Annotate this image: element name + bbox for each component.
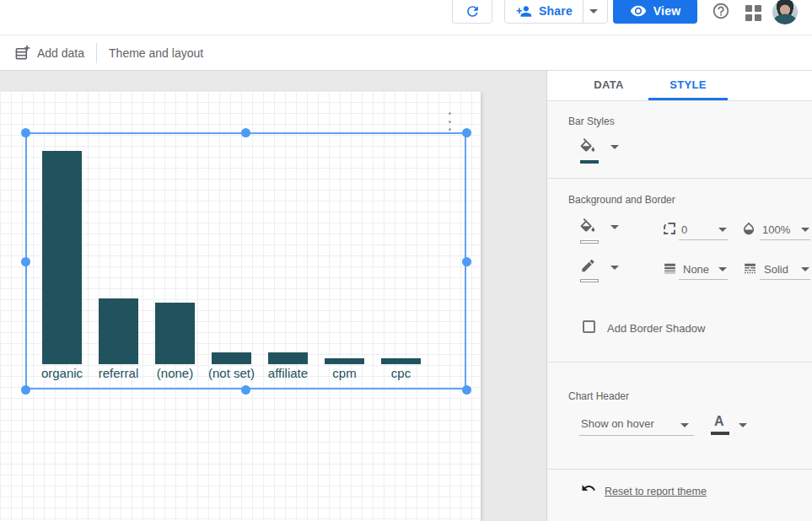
add-data-button[interactable]: Add data <box>14 45 84 61</box>
toolbar-divider <box>96 43 97 63</box>
theme-layout-button[interactable]: Theme and layout <box>109 46 203 60</box>
border-color-dropdown-icon[interactable] <box>610 266 619 270</box>
section-background-border: Background and Border 0 100% None <box>547 179 812 363</box>
bar-notset[interactable] <box>212 352 251 364</box>
selection-handle-e[interactable] <box>462 257 471 266</box>
help-icon <box>712 2 730 20</box>
properties-panel: DATA STYLE Bar Styles Background and Bor… <box>546 71 812 521</box>
background-border-title: Background and Border <box>568 194 675 206</box>
selection-handle-w[interactable] <box>21 257 30 266</box>
edit-toolbar: Add data Theme and layout <box>0 35 812 71</box>
share-dropdown-button[interactable] <box>583 0 605 23</box>
share-button-label: Share <box>539 4 573 18</box>
bar-color-dropdown-icon[interactable] <box>610 145 619 149</box>
border-shadow-label: Add Border Shadow <box>607 322 705 335</box>
share-button[interactable]: Share <box>504 0 608 24</box>
bar-axis-label: referral <box>99 366 139 380</box>
chart-options-kebab-icon[interactable] <box>444 112 455 131</box>
reset-theme-link[interactable]: Reset to report theme <box>605 486 707 497</box>
border-weight-dropdown-icon[interactable] <box>718 267 727 271</box>
panel-tabs: DATA STYLE <box>547 71 812 101</box>
bar-cpc[interactable] <box>381 358 421 364</box>
selection-handle-n[interactable] <box>241 128 250 137</box>
border-shadow-checkbox[interactable] <box>583 320 595 333</box>
selection-handle-se[interactable] <box>462 385 471 395</box>
background-color-dropdown-icon[interactable] <box>610 225 619 229</box>
grid-icon <box>745 5 761 21</box>
bar-none[interactable] <box>155 303 195 364</box>
bar-axis-label: cpc <box>391 366 411 380</box>
bar-axis-label: (none) <box>157 366 193 380</box>
border-weight-icon <box>663 261 677 279</box>
theme-layout-label: Theme and layout <box>109 46 203 60</box>
bar-fill-color-picker[interactable] <box>578 138 597 160</box>
refresh-icon <box>465 3 481 19</box>
apps-grid-button[interactable] <box>743 3 763 23</box>
corner-radius-dropdown-icon[interactable] <box>718 228 727 232</box>
header-font-color-swatch <box>711 432 729 435</box>
border-style-dropdown-icon[interactable] <box>801 267 809 271</box>
chevron-down-icon <box>589 9 598 13</box>
tab-style[interactable]: STYLE <box>648 71 728 100</box>
bar-axis-label: (not set) <box>208 366 255 380</box>
header-font-color-dropdown-icon[interactable] <box>739 423 747 427</box>
selection-handle-nw[interactable] <box>21 128 30 137</box>
corner-radius-icon <box>664 223 675 234</box>
bar-affiliate[interactable] <box>268 352 308 364</box>
chart-header-visibility-select[interactable] <box>579 413 694 436</box>
background-color-swatch <box>580 240 599 244</box>
bar-axis-label: organic <box>41 366 83 380</box>
eye-icon <box>630 3 647 19</box>
section-bar-styles: Bar Styles <box>547 101 812 179</box>
border-color-picker[interactable] <box>579 260 596 280</box>
opacity-dropdown-icon[interactable] <box>801 228 809 232</box>
refresh-button[interactable] <box>452 0 492 24</box>
help-button[interactable] <box>711 1 731 21</box>
view-button[interactable]: View <box>613 0 697 24</box>
bar-axis-label: cpm <box>332 366 356 380</box>
view-button-label: View <box>653 4 680 18</box>
opacity-icon <box>741 221 756 239</box>
tab-data[interactable]: DATA <box>569 71 648 100</box>
chart-header-title: Chart Header <box>568 390 629 402</box>
header-font-color-picker[interactable]: A <box>714 414 724 429</box>
bar-cpm[interactable] <box>325 358 364 364</box>
paint-bucket-icon <box>578 218 597 237</box>
bar-styles-title: Bar Styles <box>568 115 615 127</box>
share-button-main[interactable]: Share <box>508 0 583 23</box>
section-chart-header: Chart Header Show on hover A <box>547 363 812 470</box>
add-data-label: Add data <box>37 46 84 60</box>
bar-referral[interactable] <box>99 298 138 364</box>
border-style-icon <box>743 261 757 279</box>
bar-color-swatch <box>580 160 599 164</box>
bar-organic[interactable] <box>42 151 82 364</box>
user-avatar[interactable] <box>772 0 798 24</box>
paint-bucket-icon <box>578 138 597 157</box>
selection-handle-ne[interactable] <box>462 128 471 137</box>
app-header: Share View <box>0 0 812 35</box>
undo-icon <box>581 481 596 499</box>
selection-handle-s[interactable] <box>241 385 250 395</box>
section-reset: Reset to report theme <box>547 470 812 521</box>
add-data-icon <box>14 45 30 61</box>
chart-header-visibility-dropdown-icon[interactable] <box>680 423 689 427</box>
background-color-picker[interactable] <box>578 218 597 240</box>
bar-axis-label: affiliate <box>268 366 308 380</box>
pencil-icon <box>579 260 596 277</box>
selection-handle-sw[interactable] <box>21 385 30 395</box>
person-add-icon <box>516 3 532 19</box>
border-color-swatch <box>580 279 599 282</box>
